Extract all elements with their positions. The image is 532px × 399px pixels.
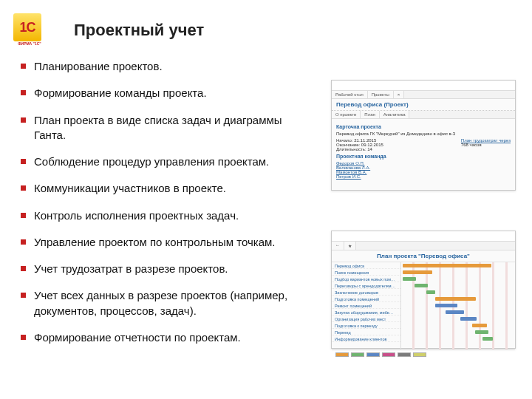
gantt-bar bbox=[482, 337, 493, 341]
logo-text: 1С bbox=[19, 20, 35, 35]
mock-tabs: Рабочий стол Проекты × bbox=[332, 91, 515, 99]
gantt-legend bbox=[332, 349, 515, 359]
list-item: Учет трудозатрат в разрезе проектов. bbox=[21, 262, 309, 276]
gantt-bar bbox=[403, 277, 416, 281]
gantt-task: Поиск помещения bbox=[332, 269, 400, 276]
mock-titlebar bbox=[332, 81, 515, 91]
gantt-bar bbox=[435, 297, 476, 301]
gantt-task: Подготовка к переезду bbox=[332, 322, 400, 329]
legend-swatch bbox=[335, 352, 349, 357]
mock-tab: Проекты bbox=[368, 91, 394, 98]
list-item: Учет всех данных в разрезе проектов (нап… bbox=[21, 288, 309, 318]
mock-tab: Рабочий стол bbox=[332, 91, 368, 98]
legend-swatch bbox=[366, 352, 380, 357]
list-item: Соблюдение процедур управления проектам. bbox=[21, 154, 309, 169]
gantt-bar bbox=[415, 284, 428, 287]
gantt-bar bbox=[426, 290, 435, 294]
gantt-bar bbox=[460, 317, 477, 321]
mock-tab: ★ bbox=[344, 242, 356, 250]
list-item: Планирование проектов. bbox=[21, 59, 309, 74]
gantt-task-list: Перевод офиса Поиск помещения Подбор вар… bbox=[332, 262, 401, 349]
legend-swatch bbox=[382, 352, 395, 357]
legend-swatch bbox=[413, 352, 426, 357]
screenshot-project-card: Рабочий стол Проекты × Перевод офиса (Пр… bbox=[331, 80, 516, 191]
list-item: План проекта в виде списка задач и диагр… bbox=[21, 113, 309, 143]
list-item: Контроль исполнения проектных задач. bbox=[21, 208, 309, 223]
mock-tab: ← bbox=[332, 242, 344, 250]
mock-toolbar: ← ★ bbox=[332, 242, 515, 250]
gantt-area: Перевод офиса Поиск помещения Подбор вар… bbox=[332, 262, 515, 349]
mock-text: Длительность: 14 bbox=[336, 147, 383, 151]
gantt-task: Заключение договоров bbox=[332, 289, 400, 296]
mock-heading: Перевод офиса (Проект) bbox=[332, 99, 515, 111]
gantt-task: Переговоры с арендодателям… bbox=[332, 282, 400, 289]
mock-titlebar bbox=[332, 231, 515, 242]
gantt-task: Организация рабочих мест bbox=[332, 316, 400, 322]
legend-swatch bbox=[398, 352, 411, 357]
mock-link: Петров И.С. bbox=[336, 174, 511, 179]
gantt-task: Подбор вариантов новых пом… bbox=[332, 276, 400, 282]
list-item: Формирование отчетности по проектам. bbox=[21, 330, 309, 345]
mock-subtabs: О проекте План Аналитика bbox=[332, 111, 515, 119]
gantt-bar bbox=[435, 304, 457, 307]
mock-text: 768 часов bbox=[461, 143, 511, 147]
mock-tab: План bbox=[361, 111, 379, 118]
gantt-bar bbox=[403, 270, 432, 274]
logo-subtext: ФИРМА "1С" bbox=[13, 41, 46, 46]
list-item: Формирование команды проекта. bbox=[21, 86, 309, 100]
gantt-bar bbox=[446, 310, 464, 314]
gantt-chart bbox=[401, 262, 515, 349]
mock-section-title: Проектная команда bbox=[336, 154, 511, 159]
list-item: Управление проектом по контрольным точка… bbox=[21, 235, 309, 250]
logo-badge: 1С bbox=[13, 13, 41, 41]
page-title: Проектный учет bbox=[74, 21, 204, 40]
gantt-task: Перевод офиса bbox=[332, 262, 400, 269]
logo: 1С ФИРМА "1С" bbox=[13, 13, 46, 46]
gantt-task: Ремонт помещений bbox=[332, 302, 400, 309]
screenshot-gantt: ← ★ План проекта "Перевод офиса" Перевод… bbox=[331, 231, 516, 349]
gantt-task: Информирование клиентов bbox=[332, 335, 400, 342]
gantt-task: Закупка оборудования, мебе… bbox=[332, 309, 400, 316]
bullet-list: Планирование проектов. Формирование кома… bbox=[21, 59, 309, 357]
mock-tab: × bbox=[394, 91, 405, 98]
gantt-task: Подготовка помещений bbox=[332, 296, 400, 302]
mock-body: Карточка проекта Перевод офиса ГК "Мерку… bbox=[332, 119, 515, 182]
mock-heading: План проекта "Перевод офиса" bbox=[332, 250, 515, 262]
gantt-bar bbox=[403, 264, 491, 267]
mock-tab: Аналитика bbox=[380, 111, 410, 118]
list-item: Коммуникации участников в проекте. bbox=[21, 181, 309, 196]
legend-swatch bbox=[351, 352, 364, 357]
mock-text: Перевод офиса ГК "Меркурий" из Домодедов… bbox=[336, 132, 511, 136]
gantt-task: Переезд bbox=[332, 329, 400, 335]
gantt-bar bbox=[472, 324, 487, 327]
mock-tab: О проекте bbox=[332, 111, 361, 118]
mock-section-title: Карточка проекта bbox=[336, 124, 511, 129]
gantt-bar bbox=[475, 330, 488, 334]
